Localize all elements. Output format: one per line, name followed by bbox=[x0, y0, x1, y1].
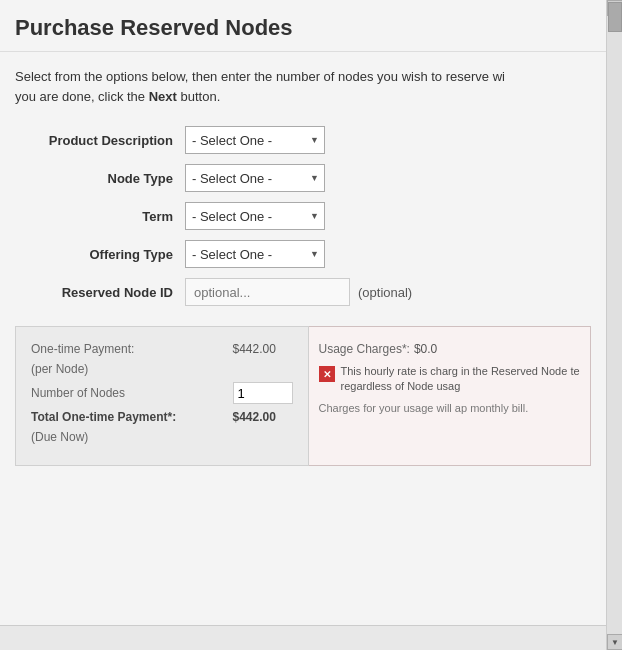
panel-right: Usage Charges*: $0.0 ✕ This hourly rate … bbox=[309, 326, 592, 466]
usage-small-text: Charges for your usage will ap monthly b… bbox=[319, 401, 581, 416]
node-type-row: Node Type - Select One - bbox=[15, 164, 591, 192]
term-select[interactable]: - Select One - bbox=[185, 202, 325, 230]
total-payment-label: Total One-time Payment*: bbox=[31, 410, 176, 424]
node-type-select-wrapper: - Select One - bbox=[185, 164, 325, 192]
warning-row: ✕ This hourly rate is charg in the Reser… bbox=[319, 364, 581, 395]
offering-type-select[interactable]: - Select One - bbox=[185, 240, 325, 268]
node-type-label: Node Type bbox=[15, 171, 185, 186]
offering-type-row: Offering Type - Select One - bbox=[15, 240, 591, 268]
warning-icon: ✕ bbox=[319, 366, 335, 382]
instructions-next-bold: Next bbox=[149, 89, 177, 104]
total-payment-row: Total One-time Payment*: $442.00 bbox=[31, 410, 293, 424]
product-description-select[interactable]: - Select One - bbox=[185, 126, 325, 154]
usage-charges-value: $0.0 bbox=[414, 342, 437, 356]
usage-warning-text: This hourly rate is charg in the Reserve… bbox=[341, 364, 581, 395]
total-payment-value: $442.00 bbox=[233, 410, 293, 424]
offering-type-label: Offering Type bbox=[15, 247, 185, 262]
product-description-row: Product Description - Select One - bbox=[15, 126, 591, 154]
number-of-nodes-row: Number of Nodes bbox=[31, 382, 293, 404]
instructions: Select from the options below, then ente… bbox=[15, 67, 591, 106]
term-select-wrapper: - Select One - bbox=[185, 202, 325, 230]
term-label: Term bbox=[15, 209, 185, 224]
instructions-text1: Select from the options below, then ente… bbox=[15, 69, 505, 84]
reserved-node-id-label: Reserved Node ID bbox=[15, 285, 185, 300]
scrollbar-arrow-down[interactable]: ▼ bbox=[607, 634, 622, 650]
number-of-nodes-label: Number of Nodes bbox=[31, 386, 125, 400]
per-node-row: (per Node) bbox=[31, 362, 293, 376]
offering-type-select-wrapper: - Select One - bbox=[185, 240, 325, 268]
instructions-text3: button. bbox=[177, 89, 220, 104]
page-body: Select from the options below, then ente… bbox=[0, 52, 606, 481]
instructions-text2: you are done, click the bbox=[15, 89, 149, 104]
number-of-nodes-input[interactable] bbox=[233, 382, 293, 404]
due-now-label: (Due Now) bbox=[31, 430, 88, 444]
product-description-label: Product Description bbox=[15, 133, 185, 148]
scrollbar[interactable]: ▲ ▼ bbox=[606, 0, 622, 650]
bottom-panels: One-time Payment: $442.00 (per Node) Num… bbox=[15, 326, 591, 466]
node-type-select[interactable]: - Select One - bbox=[185, 164, 325, 192]
panel-left: One-time Payment: $442.00 (per Node) Num… bbox=[15, 326, 309, 466]
usage-charges-label: Usage Charges*: bbox=[319, 342, 410, 356]
reserved-node-id-input[interactable] bbox=[185, 278, 350, 306]
page-title: Purchase Reserved Nodes bbox=[15, 15, 591, 41]
form-section: Product Description - Select One - Node … bbox=[15, 126, 591, 306]
per-node-label: (per Node) bbox=[31, 362, 88, 376]
usage-header: Usage Charges*: $0.0 bbox=[319, 342, 581, 356]
main-content: Purchase Reserved Nodes Select from the … bbox=[0, 0, 606, 650]
product-description-select-wrapper: - Select One - bbox=[185, 126, 325, 154]
one-time-payment-label: One-time Payment: bbox=[31, 342, 134, 356]
scrollbar-thumb[interactable] bbox=[608, 2, 622, 32]
one-time-payment-row: One-time Payment: $442.00 bbox=[31, 342, 293, 356]
page-header: Purchase Reserved Nodes bbox=[0, 0, 606, 52]
optional-label: (optional) bbox=[358, 285, 412, 300]
reserved-node-id-row: Reserved Node ID (optional) bbox=[15, 278, 591, 306]
page-wrapper: ▲ ▼ Purchase Reserved Nodes Select from … bbox=[0, 0, 622, 650]
term-row: Term - Select One - bbox=[15, 202, 591, 230]
one-time-payment-value: $442.00 bbox=[233, 342, 293, 356]
bottom-strip bbox=[0, 625, 606, 650]
due-now-row: (Due Now) bbox=[31, 430, 293, 444]
